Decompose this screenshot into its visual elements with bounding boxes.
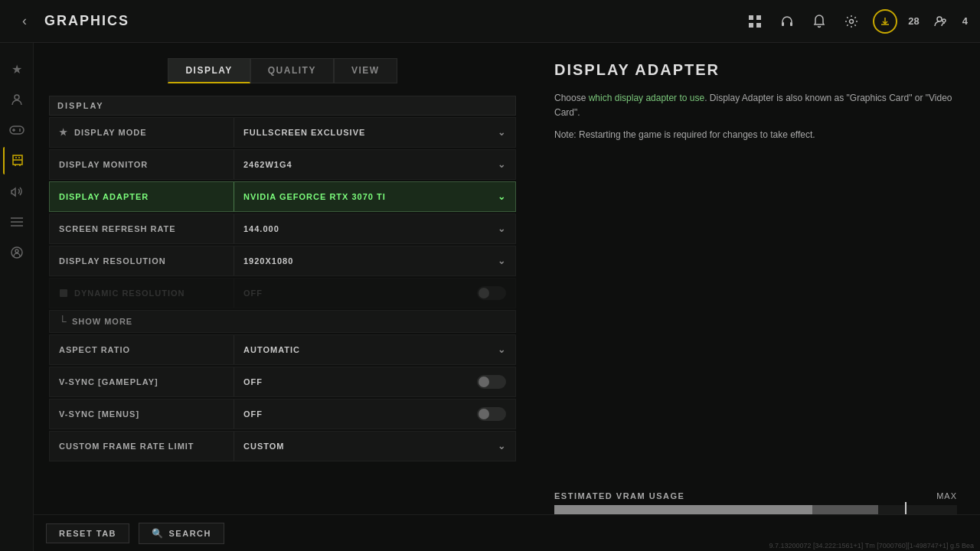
- headset-icon[interactable]: [776, 11, 798, 32]
- setting-row-vsync-gameplay[interactable]: V-SYNC [GAMEPLAY] OFF: [49, 367, 516, 397]
- setting-row-display-resolution[interactable]: DISPLAY RESOLUTION 1920X1080 ⌄: [49, 246, 516, 276]
- setting-value-display-adapter: NVIDIA GEFORCE RTX 3070 TI ⌄: [234, 191, 515, 202]
- setting-label-screen-refresh-rate: SCREEN REFRESH RATE: [50, 224, 234, 233]
- setting-row-screen-refresh-rate[interactable]: SCREEN REFRESH RATE 144.000 ⌄: [49, 214, 516, 244]
- toggle-dynamic-resolution: [477, 286, 506, 300]
- svg-rect-4: [782, 22, 784, 26]
- tabs-bar: DISPLAY QUALITY VIEW: [168, 58, 397, 83]
- setting-value-custom-frame-rate: CUSTOM ⌄: [234, 441, 515, 452]
- chevron-down-icon-adapter: ⌄: [498, 191, 506, 202]
- setting-value-display-monitor: 2462W1G4 ⌄: [234, 159, 515, 170]
- info-paragraph-2: Note: Restarting the game is required fo…: [554, 128, 957, 142]
- download-count: 28: [908, 15, 919, 27]
- page-title: GRAPHICS: [44, 13, 129, 29]
- setting-label-display-adapter: DISPLAY ADAPTER: [50, 192, 234, 201]
- svg-rect-5: [790, 22, 792, 26]
- svg-point-8: [942, 19, 946, 22]
- vram-title: ESTIMATED VRAM USAGE: [554, 491, 684, 500]
- toggle-vsync-menus[interactable]: [477, 407, 506, 421]
- setting-value-dynamic-resolution: OFF: [234, 286, 515, 300]
- setting-row-vsync-menus[interactable]: V-SYNC [MENUS] OFF: [49, 399, 516, 429]
- setting-label-vsync-menus: V-SYNC [MENUS]: [50, 409, 234, 419]
- sidebar-item-graphics[interactable]: [3, 147, 31, 174]
- setting-row-custom-frame-rate[interactable]: CUSTOM FRAME RATE LIMIT CUSTOM ⌄: [49, 431, 516, 461]
- main-content: DISPLAY QUALITY VIEW DISPLAY ★ DISPLAY M…: [34, 43, 980, 551]
- svg-rect-1: [756, 15, 761, 20]
- reset-tab-button[interactable]: RESET TAB: [46, 523, 129, 543]
- tab-view[interactable]: VIEW: [334, 58, 397, 83]
- settings-list: ★ DISPLAY MODE FULLSCREEN EXCLUSIVE ⌄ DI…: [49, 117, 516, 551]
- svg-point-9: [15, 95, 19, 99]
- chevron-down-icon-resolution: ⌄: [498, 256, 506, 266]
- sidebar-item-controller[interactable]: [3, 116, 31, 144]
- sidebar-item-favorites[interactable]: ★: [3, 55, 31, 83]
- setting-value-vsync-gameplay: OFF: [234, 375, 515, 389]
- bell-icon[interactable]: [808, 11, 830, 32]
- chevron-down-icon: ⌄: [498, 127, 506, 138]
- friends-icon[interactable]: [930, 11, 952, 32]
- svg-point-6: [850, 19, 854, 23]
- sidebar: ★: [0, 43, 34, 551]
- back-button[interactable]: ‹: [12, 9, 37, 34]
- setting-value-aspect-ratio: AUTOMATIC ⌄: [234, 344, 515, 355]
- vram-header: ESTIMATED VRAM USAGE MAX: [554, 491, 957, 500]
- setting-row-aspect-ratio[interactable]: ASPECT RATIO AUTOMATIC ⌄: [49, 334, 516, 365]
- tab-quality[interactable]: QUALITY: [250, 58, 334, 83]
- setting-label-aspect-ratio: ASPECT RATIO: [50, 345, 234, 354]
- svg-rect-3: [756, 23, 761, 28]
- gear-icon[interactable]: [841, 11, 862, 32]
- setting-row-display-monitor[interactable]: DISPLAY MONITOR 2462W1G4 ⌄: [49, 149, 516, 180]
- setting-label-display-resolution: DISPLAY RESOLUTION: [50, 256, 234, 266]
- tab-display[interactable]: DISPLAY: [168, 58, 250, 83]
- sidebar-item-profile[interactable]: [3, 86, 31, 113]
- setting-label-display-monitor: DISPLAY MONITOR: [50, 160, 234, 169]
- chevron-down-icon-aspect: ⌄: [498, 344, 506, 355]
- left-panel: DISPLAY QUALITY VIEW DISPLAY ★ DISPLAY M…: [34, 43, 531, 551]
- setting-value-display-resolution: 1920X1080 ⌄: [234, 256, 515, 266]
- chevron-down-icon-monitor: ⌄: [498, 159, 506, 170]
- chevron-down-icon-framerate: ⌄: [498, 441, 506, 452]
- right-panel: DISPLAY ADAPTER Choose which display ada…: [531, 43, 980, 551]
- friends-count: 4: [962, 15, 968, 27]
- toggle-vsync-gameplay[interactable]: [477, 375, 506, 389]
- info-title: DISPLAY ADAPTER: [554, 61, 957, 79]
- chevron-down-icon-refresh: ⌄: [498, 223, 506, 234]
- grid-icon[interactable]: [744, 11, 766, 32]
- sidebar-item-interface[interactable]: [3, 208, 31, 236]
- setting-row-display-adapter[interactable]: DISPLAY ADAPTER NVIDIA GEFORCE RTX 3070 …: [49, 181, 516, 212]
- svg-rect-0: [749, 15, 753, 20]
- sidebar-item-audio[interactable]: [3, 178, 31, 205]
- setting-label-vsync-gameplay: V-SYNC [GAMEPLAY]: [50, 377, 234, 386]
- setting-value-display-mode: FULLSCREEN EXCLUSIVE ⌄: [234, 127, 515, 138]
- svg-rect-10: [10, 126, 24, 134]
- info-highlight: which display adapter to use: [589, 93, 704, 103]
- download-icon[interactable]: [873, 9, 897, 34]
- info-paragraph-1: Choose which display adapter to use. Dis…: [554, 91, 957, 120]
- svg-point-7: [937, 17, 942, 21]
- svg-rect-12: [60, 289, 67, 297]
- show-more-button[interactable]: └ SHOW MORE: [49, 310, 516, 333]
- sidebar-item-account[interactable]: [3, 239, 31, 266]
- setting-value-vsync-menus: OFF: [234, 407, 515, 421]
- setting-value-screen-refresh-rate: 144.000 ⌄: [234, 223, 515, 234]
- section-header-display: DISPLAY: [49, 96, 516, 116]
- star-icon-display-mode: ★: [59, 127, 68, 138]
- setting-label-custom-frame-rate: CUSTOM FRAME RATE LIMIT: [50, 442, 234, 451]
- topbar-icons: 28 4: [744, 9, 968, 34]
- setting-row-dynamic-resolution: DYNAMIC RESOLUTION OFF: [49, 278, 516, 308]
- setting-row-display-mode[interactable]: ★ DISPLAY MODE FULLSCREEN EXCLUSIVE ⌄: [49, 117, 516, 148]
- debug-text: 9.7.13200072 [34.222:1561+1] Tm [7000760…: [769, 542, 974, 549]
- topbar: ‹ GRAPHICS 28 4: [0, 0, 980, 43]
- search-button[interactable]: 🔍 SEARCH: [139, 523, 224, 544]
- search-icon: 🔍: [152, 528, 165, 539]
- vram-max-label: MAX: [936, 491, 957, 500]
- svg-rect-2: [749, 23, 753, 28]
- setting-label-display-mode: ★ DISPLAY MODE: [50, 127, 234, 138]
- setting-label-dynamic-resolution: DYNAMIC RESOLUTION: [50, 289, 234, 298]
